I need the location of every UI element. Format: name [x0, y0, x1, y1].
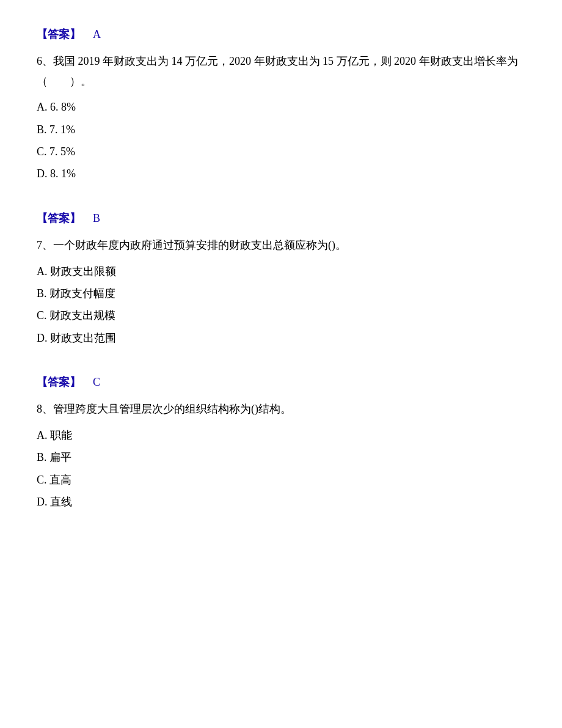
option-6-c: C. 7. 5%: [37, 142, 525, 161]
option-7-c: C. 财政支出规模: [37, 306, 525, 325]
option-6-d: D. 8. 1%: [37, 164, 525, 183]
option-8-d: D. 直线: [37, 492, 525, 512]
option-6-a: A. 6. 8%: [37, 97, 525, 117]
question-block-8: 【 答案 】 C 8、管理跨度大且管理层次少的组织结构称为()结构。 A. 职能…: [37, 372, 525, 512]
answer-label-8: 答案: [48, 372, 70, 392]
option-7-d: D. 财政支出范围: [37, 328, 525, 348]
answer-bracket-7-open: 【: [37, 208, 48, 228]
question-block-7: 【 答案 】 B 7、一个财政年度内政府通过预算安排的财政支出总额应称为()。 …: [37, 208, 525, 348]
option-7-a: A. 财政支出限额: [37, 262, 525, 281]
answer-bracket-7-close: 】: [70, 208, 81, 228]
option-6-b: B. 7. 1%: [37, 120, 525, 139]
answer-value-6: A: [93, 24, 101, 44]
option-8-b: B. 扁平: [37, 447, 525, 467]
answer-value-7: B: [93, 208, 100, 228]
answer-label-6: 答案: [48, 24, 70, 44]
answer-bracket-8-close: 】: [70, 372, 81, 392]
answer-bracket-6-open: 【: [37, 24, 48, 44]
question-block-6: 【 答案 】 A 6、我国 2019 年财政支出为 14 万亿元，2020 年财…: [37, 24, 525, 184]
answer-tag-7: 【 答案 】 B: [37, 208, 100, 228]
answer-value-8: C: [93, 372, 100, 392]
answer-bracket-6-close: 】: [70, 24, 81, 44]
question-text-7: 7、一个财政年度内政府通过预算安排的财政支出总额应称为()。: [37, 235, 525, 255]
answer-label-7: 答案: [48, 208, 70, 228]
option-8-c: C. 直高: [37, 470, 525, 490]
question-text-8: 8、管理跨度大且管理层次少的组织结构称为()结构。: [37, 399, 525, 419]
answer-bracket-8-open: 【: [37, 372, 48, 392]
answer-tag-8: 【 答案 】 C: [37, 372, 100, 392]
option-7-b: B. 财政支付幅度: [37, 284, 525, 303]
answer-tag-6: 【 答案 】 A: [37, 24, 101, 44]
option-8-a: A. 职能: [37, 425, 525, 445]
page-content: 【 答案 】 A 6、我国 2019 年财政支出为 14 万亿元，2020 年财…: [37, 24, 525, 512]
question-text-6: 6、我国 2019 年财政支出为 14 万亿元，2020 年财政支出为 15 万…: [37, 51, 525, 91]
